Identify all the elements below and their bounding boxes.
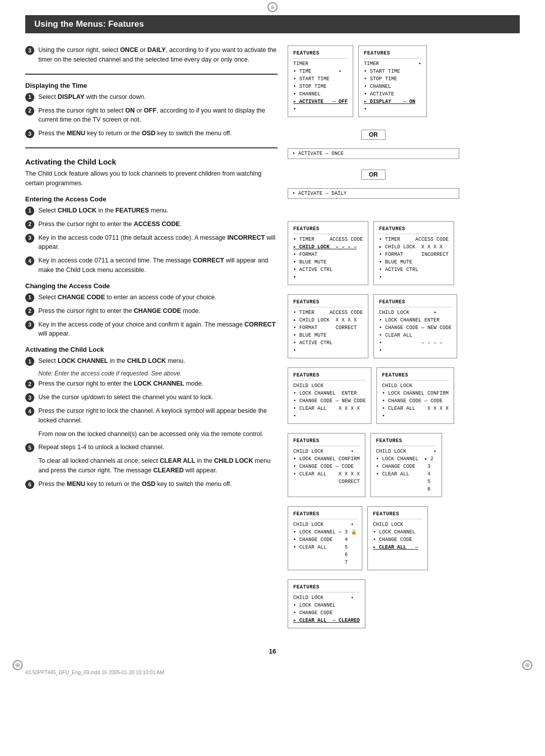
step-number: 1: [25, 293, 34, 302]
screen-line: • CHANGE CODE ↔ CODE: [382, 397, 449, 405]
screen-line: • TIME ▪: [293, 68, 348, 75]
screen-line: • LOCK CHANNEL ↔ 3 🔒: [293, 528, 357, 536]
screen-child-lock-5: FEATURES CHILD LOCK • LOCK CHANNEL ENTER…: [288, 367, 371, 424]
screen-line: CHILD LOCK: [293, 382, 366, 390]
step-text: Select CHANGE CODE to enter an access co…: [38, 293, 278, 302]
step-number: 1: [25, 357, 34, 366]
step-text: Use the cursor up/down to select the cha…: [38, 393, 278, 402]
screen-child-lock-6: FEATURES CHILD LOCK • LOCK CHANNEL CONFI…: [376, 367, 454, 424]
screen-line: • FORMAT: [293, 251, 363, 258]
step-item: 3 Press the MENU key to return or the OS…: [25, 129, 278, 138]
step-number: 3: [25, 46, 34, 55]
step-text: Press the cursor right to select ON or O…: [38, 106, 278, 125]
screen-line: • CHANGE CODE ↔ NEW CODE: [293, 397, 366, 405]
or-label-1: OR: [288, 128, 459, 142]
screen-line: •: [293, 105, 348, 113]
step-item: 2 Press the cursor right to enter the LO…: [25, 379, 278, 389]
section-divider-2: [25, 147, 278, 148]
step-text: Press the cursor right to lock the chann…: [38, 406, 278, 425]
screen-line: •: [379, 274, 449, 281]
step-text: Key in the access code 0711 (the default…: [38, 233, 278, 252]
screen-line: CHILD LOCK ▪: [293, 594, 360, 602]
page-title: Using the Menus: Features: [25, 15, 520, 33]
screen-line: 5: [376, 478, 437, 485]
screen-line: • CLEAR ALL 4: [376, 470, 437, 478]
page-number: 16: [25, 647, 520, 655]
step-item: 3 Using the cursor right, select ONCE or…: [25, 45, 278, 65]
step-text: Select CHILD LOCK in the FEATURES menu.: [38, 206, 278, 215]
or-label: OR: [361, 130, 386, 140]
child-lock-screens-row-3: FEATURES CHILD LOCK • LOCK CHANNEL ENTER…: [288, 367, 459, 424]
screen-line: • CLEAR ALL 5: [293, 544, 357, 551]
step-number: 4: [25, 256, 34, 265]
subsection-changing-access-code: Changing the Access Code: [25, 282, 278, 290]
step-text: Using the cursor right, select ONCE or D…: [38, 45, 278, 65]
screen-line-highlight: ▸ ACTIVATE ↔ OFF: [293, 98, 348, 105]
screen-line-highlight: ▸ CLEAR ALL ↔ CLEARED: [293, 617, 360, 624]
timer-screens-row-1: FEATURES TIMER • TIME ▪ • START TIME • S…: [288, 45, 459, 117]
activate-daily-bar: • ACTIVATE ↔ DAILY: [288, 188, 459, 199]
screen-line-highlight: ▸ CLEAR ALL ↔: [373, 544, 422, 551]
step-number: 2: [25, 380, 34, 389]
screen-line: • CHANNEL: [364, 83, 421, 90]
step-item: 2 Press the cursor right to enter the CH…: [25, 306, 278, 316]
screen-title: FEATURES: [364, 49, 421, 59]
screen-line: • LOCK CHANNEL: [373, 528, 422, 536]
screen-title: FEATURES: [293, 437, 360, 446]
screen-timer-1: FEATURES TIMER • TIME ▪ • START TIME • S…: [288, 45, 353, 117]
changing-access-code-steps: 1 Select CHANGE CODE to enter an access …: [25, 293, 278, 339]
screen-line: • CHANGE CODE ↔ NEW CODE: [379, 324, 452, 332]
screen-line: • CHANGE CODE: [293, 609, 360, 617]
screen-line: •: [293, 347, 363, 354]
left-column: 3 Using the cursor right, select ONCE or…: [25, 45, 278, 632]
screen-title: FEATURES: [373, 510, 422, 519]
screen-child-lock-7: FEATURES CHILD LOCK ▪ • LOCK CHANNEL CON…: [288, 433, 365, 497]
screen-line: CORRECT: [293, 478, 360, 485]
screen-line: • CHANNEL: [293, 90, 348, 98]
step-item: 1 Select CHILD LOCK in the FEATURES menu…: [25, 206, 278, 215]
step-text: Press the cursor right to enter the CHAN…: [38, 306, 278, 316]
child-lock-screens-row-1: FEATURES • TIMER ACCESS CODE ▸ CHILD LOC…: [288, 221, 459, 285]
activating-steps-cont2: 5 Repeat steps 1-4 to unlock a locked ch…: [25, 443, 278, 452]
spacer: [288, 206, 459, 216]
step-number: 4: [25, 407, 34, 416]
screen-line: • LOCK CHANNEL CONFIRM: [293, 455, 360, 463]
screen-line: • LOCK CHANNEL: [293, 602, 360, 609]
screen-line: •: [379, 347, 452, 354]
screen-child-lock-2: FEATURES • TIMER ACCESS CODE ▸ CHILD LOC…: [373, 221, 454, 285]
entering-access-code-steps: 1 Select CHILD LOCK in the FEATURES menu…: [25, 206, 278, 275]
screen-line: CHILD LOCK ▪: [379, 309, 452, 316]
screen-child-lock-4: FEATURES CHILD LOCK ▪ • LOCK CHANNEL ENT…: [373, 294, 457, 358]
section-divider: [25, 74, 278, 75]
step-number: 3: [25, 234, 34, 243]
screen-child-lock-3: FEATURES • TIMER ACCESS CODE ▸ CHILD LOC…: [288, 294, 368, 358]
step-number: 2: [25, 220, 34, 229]
screen-line: •: [364, 105, 421, 113]
screen-child-lock-10: FEATURES CHILD LOCK • LOCK CHANNEL • CHA…: [367, 506, 428, 570]
intro-steps: 3 Using the cursor right, select ONCE or…: [25, 45, 278, 65]
step-number: 3: [25, 393, 34, 402]
or-label-2: OR: [288, 168, 459, 182]
step-item: 1 Select LOCK CHANNEL in the CHILD LOCK …: [25, 356, 278, 366]
step-item: 3 Use the cursor up/down to select the c…: [25, 393, 278, 402]
screen-line: TIMER ▪: [364, 60, 421, 68]
right-column: FEATURES TIMER • TIME ▪ • START TIME • S…: [288, 45, 459, 632]
screen-line: • ACTIVE CTRL: [293, 266, 363, 274]
screen-title: FEATURES: [293, 510, 357, 519]
or-label: OR: [361, 170, 386, 180]
screen-line: ▸ CHILD LOCK X X X X: [293, 316, 363, 324]
step-number: 6: [25, 480, 34, 489]
step-item: 3 Key in the access code 0711 (the defau…: [25, 233, 278, 252]
step-number: 2: [25, 106, 34, 116]
screen-line: 7: [293, 559, 357, 566]
screen-line: • ACTIVE CTRL: [293, 339, 363, 347]
screen-line: • ACTIVATE: [364, 90, 421, 98]
screen-line: 6: [376, 485, 437, 493]
screen-line: • ACTIVE CTRL: [379, 266, 449, 274]
screen-line: • START TIME: [364, 68, 421, 75]
screen-title: FEATURES: [382, 371, 449, 381]
screen-line: • CLEAR ALL X X X X: [382, 405, 449, 412]
screen-line: • STOP TIME: [364, 75, 421, 83]
step-number: 2: [25, 307, 34, 316]
step-item: 5 Repeat steps 1-4 to unlock a locked ch…: [25, 443, 278, 452]
